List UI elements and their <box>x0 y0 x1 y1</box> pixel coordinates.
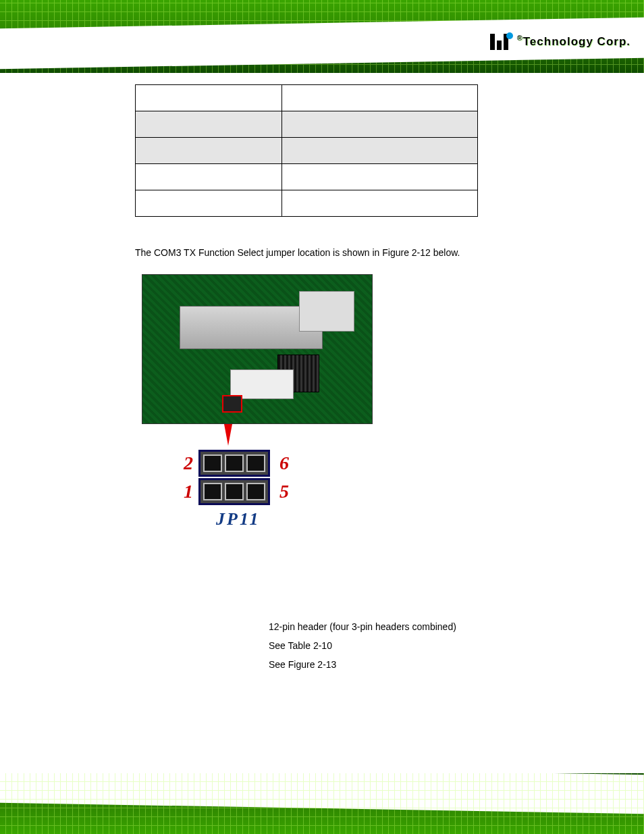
table-cell <box>136 190 282 217</box>
header-row-top-icon <box>198 450 270 477</box>
list-item: See Figure 2-13 <box>269 655 505 674</box>
list-item: 12-pin header (four 3-pin headers combin… <box>269 617 505 636</box>
header-row-bottom-icon <box>198 478 270 505</box>
heatsink-2-icon <box>299 291 354 332</box>
pin-label-bot-left: 1 <box>180 481 193 502</box>
table-cell <box>136 164 282 190</box>
top-banner: ®Technology Corp. <box>0 0 644 73</box>
figure-block: 2 6 1 5 JP11 <box>142 274 505 529</box>
jumper-diagram: 2 6 1 5 JP11 <box>180 450 505 529</box>
spec-table <box>135 84 478 217</box>
registered-symbol: ® <box>517 34 523 42</box>
content-area: The COM3 TX Function Select jumper locat… <box>135 84 505 674</box>
table-cell <box>282 138 478 164</box>
pin-label-top-right: 6 <box>275 452 289 474</box>
board-photo <box>142 274 373 424</box>
table-cell <box>136 85 282 111</box>
page: ®Technology Corp. The COM3 TX Function S… <box>0 0 644 834</box>
logo-mark-icon <box>490 34 513 50</box>
table-row <box>136 85 478 111</box>
pin-label-bot-right: 5 <box>275 481 289 502</box>
banner-pattern <box>0 773 644 834</box>
brand-text: Technology Corp. <box>523 35 630 48</box>
arrow-down-icon <box>224 424 232 446</box>
brand-logo: ®Technology Corp. <box>490 34 630 50</box>
table-cell <box>282 164 478 190</box>
body-paragraph: The COM3 TX Function Select jumper locat… <box>135 244 505 262</box>
jumper-highlight-box <box>222 395 242 413</box>
table-cell <box>282 85 478 111</box>
table-cell <box>136 111 282 138</box>
table-cell <box>136 138 282 164</box>
table-row <box>136 138 478 164</box>
table-cell <box>282 111 478 138</box>
table-cell <box>282 190 478 217</box>
pin-label-top-left: 2 <box>180 452 193 474</box>
table-row <box>136 111 478 138</box>
reference-list: 12-pin header (four 3-pin headers combin… <box>269 617 505 674</box>
table-row <box>136 164 478 190</box>
jumper-name-label: JP11 <box>216 509 505 529</box>
table-row <box>136 190 478 217</box>
list-item: See Table 2-10 <box>269 636 505 655</box>
bottom-banner <box>0 773 644 834</box>
